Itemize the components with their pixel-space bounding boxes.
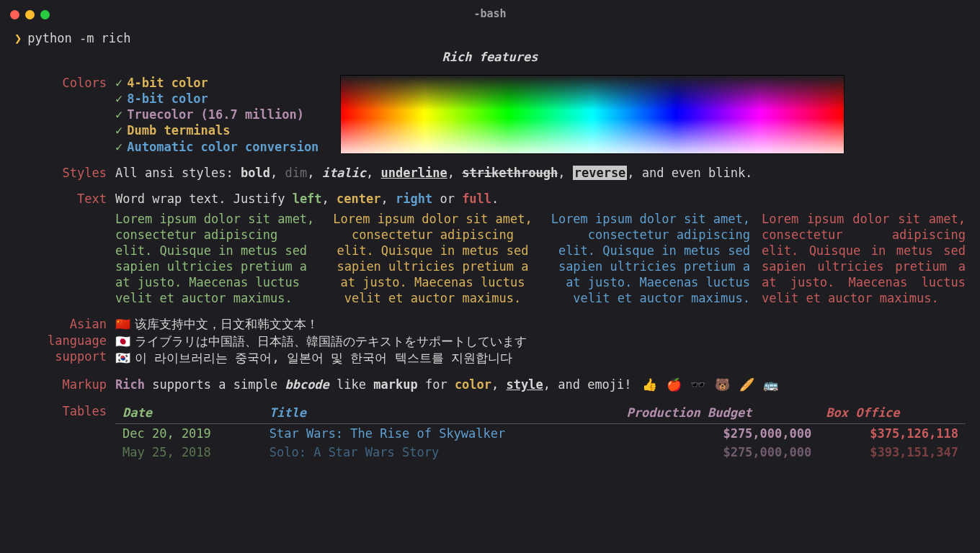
- styles-prefix: All ansi styles:: [115, 166, 241, 180]
- colors-item-text: 8-bit color: [127, 91, 208, 106]
- col-box: Box Office: [819, 405, 966, 424]
- check-icon: ✓: [115, 107, 122, 122]
- styles-row: All ansi styles: bold, dim, italic, unde…: [115, 165, 966, 181]
- colors-item-text: Automatic color conversion: [127, 140, 318, 154]
- asian-ja: 🇯🇵 ライブラリは中国語、日本語、韓国語のテキストをサポートしています: [115, 333, 966, 350]
- titlebar: -bash: [0, 0, 980, 29]
- markup-rich: Rich: [115, 377, 145, 392]
- asian-ko: 🇰🇷 이 라이브러리는 중국어, 일본어 및 한국어 텍스트를 지원합니다: [115, 350, 966, 367]
- markup-row: Rich supports a simple bbcode like marku…: [115, 377, 966, 393]
- cell-box: $375,126,118: [819, 423, 966, 443]
- check-icon: ✓: [115, 123, 122, 138]
- cell-title: Star Wars: The Rise of Skywalker: [262, 423, 620, 443]
- markup-color: color: [455, 377, 491, 392]
- text-period: .: [491, 192, 499, 206]
- label-asian: Asian language support: [14, 316, 108, 366]
- colors-item-text: Truecolor (16.7 million): [127, 107, 304, 122]
- check-icon: ✓: [115, 76, 122, 90]
- text-row: Word wrap text. Justify left, center, ri…: [115, 191, 966, 307]
- flag-cn-icon: 🇨🇳: [115, 317, 130, 333]
- flag-jp-icon: 🇯🇵: [115, 334, 130, 350]
- feature-grid: Colors ✓4-bit color✓8-bit color✓Truecolo…: [14, 75, 966, 462]
- label-tables: Tables: [14, 403, 108, 462]
- cell-title: Solo: A Star Wars Story: [262, 443, 620, 462]
- col-budget: Production Budget: [619, 405, 819, 424]
- table-row: May 25, 2018Solo: A Star Wars Story$275,…: [115, 443, 966, 462]
- asian-zh-text: 该库支持中文，日文和韩文文本！: [135, 316, 318, 332]
- lorem-full: Lorem ipsum dolor sit amet, consectetur …: [762, 211, 966, 307]
- label-text: Text: [14, 191, 108, 307]
- style-dim: dim: [285, 166, 307, 180]
- style-underline: underline: [381, 166, 447, 180]
- colors-item: ✓Dumb terminals: [115, 122, 318, 138]
- check-icon: ✓: [115, 140, 122, 154]
- text-or: or: [432, 192, 462, 206]
- styles-suffix: , and even blink.: [627, 166, 752, 180]
- markup-word: markup: [373, 377, 417, 392]
- colors-item: ✓8-bit color: [115, 91, 318, 107]
- terminal-body[interactable]: ❯python -m rich Rich features Colors ✓4-…: [0, 29, 980, 462]
- style-italic: italic: [322, 166, 366, 180]
- emoji-icons: 👍 🍎 🕶️ 🐻 🥖 🚌: [642, 378, 782, 392]
- colors-item-text: 4-bit color: [127, 76, 208, 90]
- color-spectrum: [340, 75, 845, 154]
- tables-row: Date Title Production Budget Box Office …: [115, 403, 966, 462]
- cell-budget: $275,000,000: [619, 443, 819, 462]
- justify-center: center: [337, 192, 380, 206]
- style-bold: bold: [241, 166, 270, 180]
- close-icon[interactable]: [10, 10, 19, 19]
- lorem-row: Lorem ipsum dolor sit amet, consectetur …: [115, 211, 966, 307]
- terminal-window: -bash ❯python -m rich Rich features Colo…: [0, 0, 980, 553]
- colors-item: ✓4-bit color: [115, 75, 318, 91]
- markup-bbcode: bbcode: [285, 377, 329, 392]
- lorem-center: Lorem ipsum dolor sit amet, consectetur …: [331, 211, 535, 307]
- maximize-icon[interactable]: [40, 10, 50, 19]
- justify-full: full: [462, 192, 491, 206]
- label-colors: Colors: [14, 75, 108, 154]
- flag-kr-icon: 🇰🇷: [115, 351, 130, 367]
- col-date: Date: [115, 405, 262, 424]
- colors-item: ✓Truecolor (16.7 million): [115, 107, 318, 122]
- col-title: Title: [262, 405, 620, 424]
- minimize-icon[interactable]: [25, 10, 35, 19]
- asian-ko-text: 이 라이브러리는 중국어, 일본어 및 한국어 텍스트를 지원합니다: [135, 350, 512, 366]
- label-styles: Styles: [14, 165, 108, 181]
- justify-left: left: [293, 192, 322, 206]
- asian-ja-text: ライブラリは中国語、日本語、韓国語のテキストをサポートしています: [135, 333, 527, 349]
- cell-date: May 25, 2018: [115, 443, 262, 462]
- window-title: -bash: [473, 7, 506, 22]
- colors-row: ✓4-bit color✓8-bit color✓Truecolor (16.7…: [115, 75, 966, 154]
- colors-item: ✓Automatic color conversion: [115, 139, 318, 155]
- table-header-row: Date Title Production Budget Box Office: [115, 405, 966, 424]
- lorem-right: Lorem ipsum dolor sit amet, consectetur …: [546, 211, 750, 307]
- cell-budget: $275,000,000: [619, 423, 819, 443]
- asian-zh: 🇨🇳 该库支持中文，日文和韩文文本！: [115, 316, 966, 333]
- markup-style: style: [507, 377, 543, 392]
- check-icon: ✓: [115, 91, 122, 106]
- traffic-lights: [10, 10, 50, 19]
- prompt-line: ❯python -m rich: [14, 30, 966, 46]
- markup-text: supports a simple: [145, 377, 285, 392]
- page-title: Rich features: [14, 49, 966, 65]
- justify-right: right: [396, 192, 432, 206]
- asian-row: 🇨🇳 该库支持中文，日文和韩文文本！ 🇯🇵 ライブラリは中国語、日本語、韓国語の…: [115, 316, 966, 366]
- prompt-symbol: ❯: [14, 31, 22, 45]
- cell-date: Dec 20, 2019: [115, 423, 262, 443]
- colors-list: ✓4-bit color✓8-bit color✓Truecolor (16.7…: [115, 75, 318, 154]
- style-strike: strikethrough: [462, 166, 558, 180]
- colors-item-text: Dumb terminals: [127, 123, 230, 138]
- cell-box: $393,151,347: [819, 443, 966, 462]
- movies-table: Date Title Production Budget Box Office …: [115, 405, 966, 462]
- label-markup: Markup: [14, 377, 108, 393]
- table-row: Dec 20, 2019Star Wars: The Rise of Skywa…: [115, 423, 966, 443]
- style-reverse: reverse: [573, 166, 628, 180]
- prompt-command: python -m rich: [27, 31, 130, 45]
- text-prefix: Word wrap text. Justify: [115, 192, 293, 206]
- lorem-left: Lorem ipsum dolor sit amet, consectetur …: [115, 211, 319, 307]
